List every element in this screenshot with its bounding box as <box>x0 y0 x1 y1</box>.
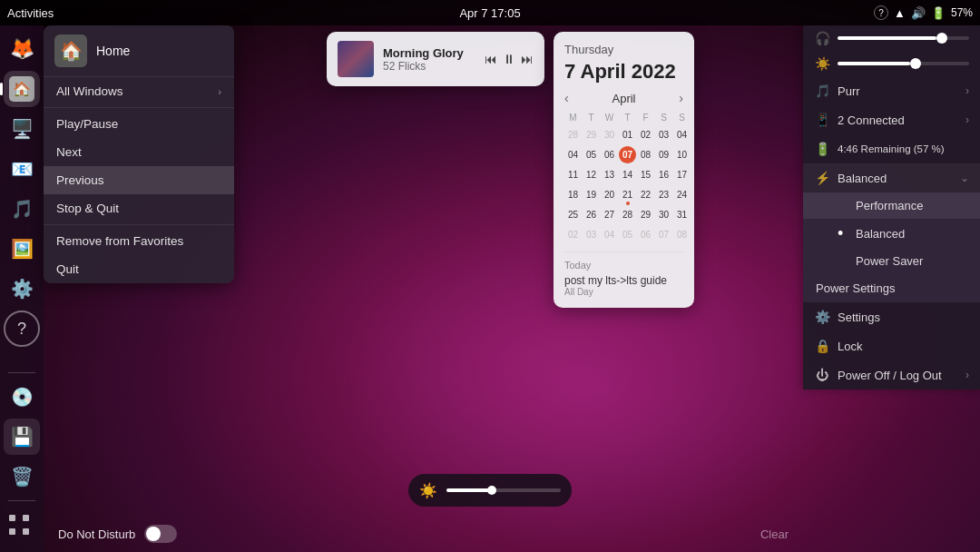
cal-day-03-next[interactable]: 03 <box>583 226 600 243</box>
calendar-event-title: post my lts->lts guide <box>564 274 683 287</box>
context-menu-play-pause[interactable]: Play/Pause <box>44 110 234 138</box>
cal-day-17[interactable]: 17 <box>673 166 691 183</box>
volume-icon[interactable]: 🔊 <box>911 6 926 20</box>
brightness-track[interactable] <box>446 488 561 492</box>
cal-day-06-next[interactable]: 06 <box>637 226 654 243</box>
cal-day-21[interactable]: 21 <box>619 186 636 203</box>
cal-day-01[interactable]: 01 <box>619 126 636 143</box>
cal-day-16[interactable]: 16 <box>655 166 672 183</box>
cal-day-24[interactable]: 24 <box>673 186 691 203</box>
context-menu-remove-favorites[interactable]: Remove from Favorites <box>44 227 234 255</box>
cal-day-06[interactable]: 06 <box>601 146 618 163</box>
dock-item-email[interactable]: 📧 <box>4 151 40 187</box>
cal-day-26[interactable]: 26 <box>583 206 600 223</box>
music-widget: Morning Glory 52 Flicks ⏮ ⏸ ⏭ <box>327 32 544 86</box>
cal-day-10[interactable]: 10 <box>673 146 691 163</box>
cal-day-29-prev[interactable]: 29 <box>583 126 600 143</box>
cal-day-07-today[interactable]: 07 <box>619 146 636 163</box>
activities-label[interactable]: Activities <box>7 6 54 20</box>
cal-day-19[interactable]: 19 <box>583 186 600 203</box>
cal-day-08[interactable]: 08 <box>637 146 654 163</box>
power-balanced-item[interactable]: • Balanced <box>803 219 980 248</box>
cal-day-02-next[interactable]: 02 <box>564 226 582 243</box>
music-prev-button[interactable]: ⏮ <box>485 52 497 66</box>
cal-day-28[interactable]: 28 <box>619 206 636 223</box>
bluetooth-label: 2 Connected <box>838 113 905 127</box>
help-icon[interactable]: ? <box>874 5 888 20</box>
music-next-button[interactable]: ⏭ <box>521 52 534 66</box>
dnd-bar: Do Not Disturb Clear <box>44 516 803 552</box>
dock-item-settings[interactable]: ⚙️ <box>4 271 40 307</box>
context-menu-next[interactable]: Next <box>44 138 234 166</box>
cal-day-15[interactable]: 15 <box>637 166 654 183</box>
cal-day-30-prev[interactable]: 30 <box>601 126 618 143</box>
cal-header-t1: T <box>583 111 600 124</box>
context-menu-quit[interactable]: Quit <box>44 255 234 283</box>
purr-row[interactable]: 🎵 Purr › <box>803 76 980 105</box>
dock-item-photos[interactable]: 🖼️ <box>4 231 40 267</box>
power-off-row[interactable]: ⏻ Power Off / Log Out › <box>803 360 980 389</box>
context-menu-stop-quit[interactable]: Stop & Quit <box>44 194 234 222</box>
brightness-panel-icon: ☀️ <box>814 56 830 71</box>
dock-item-music[interactable]: 🎵 <box>4 191 40 227</box>
cal-day-07-next[interactable]: 07 <box>655 226 672 243</box>
network-icon[interactable]: ▲ <box>894 6 906 20</box>
power-performance-item[interactable]: Performance <box>803 192 980 219</box>
dnd-toggle[interactable] <box>144 525 177 543</box>
cal-day-31[interactable]: 31 <box>673 206 691 223</box>
power-mode-row[interactable]: ⚡ Balanced ⌄ <box>803 163 980 192</box>
context-menu-previous[interactable]: Previous <box>44 166 234 194</box>
topbar: Activities Apr 7 17:05 ? ▲ 🔊 🔋 57% <box>0 0 980 25</box>
cal-day-20[interactable]: 20 <box>601 186 618 203</box>
cal-day-13[interactable]: 13 <box>601 166 618 183</box>
dock-item-display[interactable]: 🖥️ <box>4 111 40 147</box>
bluetooth-row[interactable]: 📱 2 Connected › <box>803 105 980 134</box>
volume-slider[interactable] <box>838 36 969 40</box>
cal-day-27[interactable]: 27 <box>601 206 618 223</box>
cal-day-04a[interactable]: 04 <box>673 126 691 143</box>
cal-day-29[interactable]: 29 <box>637 206 654 223</box>
calendar-prev-button[interactable]: ‹ <box>564 91 569 105</box>
cal-day-04-next[interactable]: 04 <box>601 226 618 243</box>
dock-item-drive[interactable]: 💾 <box>4 419 40 455</box>
cal-day-28-prev[interactable]: 28 <box>564 126 582 143</box>
cal-day-18[interactable]: 18 <box>564 186 582 203</box>
dock-separator <box>8 372 35 373</box>
music-play-button[interactable]: ⏸ <box>503 52 515 66</box>
topbar-right: ? ▲ 🔊 🔋 57% <box>874 5 973 20</box>
context-menu-all-windows[interactable]: All Windows › <box>44 77 234 105</box>
dock-item-firefox[interactable]: 🦊 <box>4 31 40 67</box>
lock-row[interactable]: 🔒 Lock <box>803 331 980 360</box>
music-artist: 52 Flicks <box>383 60 475 73</box>
cal-day-04[interactable]: 04 <box>564 146 582 163</box>
dock-item-trash[interactable]: 🗑️ <box>4 458 40 495</box>
cal-day-08-next[interactable]: 08 <box>673 226 691 243</box>
cal-day-05[interactable]: 05 <box>583 146 600 163</box>
power-dropdown: Performance • Balanced Power Saver Power… <box>803 192 980 302</box>
dock-item-cd[interactable]: 💿 <box>4 379 40 415</box>
dock-item-help[interactable]: ? <box>4 310 40 347</box>
power-saver-item[interactable]: Power Saver <box>803 248 980 274</box>
cal-day-22[interactable]: 22 <box>637 186 654 203</box>
settings-row[interactable]: ⚙️ Settings <box>803 302 980 331</box>
cal-day-23[interactable]: 23 <box>655 186 672 203</box>
dock-item-apps[interactable] <box>4 507 40 543</box>
brightness-slider[interactable] <box>838 62 969 65</box>
cal-day-11[interactable]: 11 <box>564 166 582 183</box>
calendar-next-button[interactable]: › <box>679 91 683 105</box>
cal-day-02[interactable]: 02 <box>637 126 654 143</box>
cal-day-05-next[interactable]: 05 <box>619 226 636 243</box>
battery-icon[interactable]: 🔋 <box>931 6 946 20</box>
volume-row: 🎧 <box>803 25 980 51</box>
power-settings-row[interactable]: Power Settings <box>803 274 980 302</box>
cal-day-30[interactable]: 30 <box>655 206 672 223</box>
power-off-label: Power Off / Log Out <box>838 369 942 382</box>
cal-day-09[interactable]: 09 <box>655 146 672 163</box>
battery-row[interactable]: 🔋 4:46 Remaining (57 %) <box>803 134 980 163</box>
cal-day-14[interactable]: 14 <box>619 166 636 183</box>
cal-day-12[interactable]: 12 <box>583 166 600 183</box>
cal-day-25[interactable]: 25 <box>564 206 582 223</box>
cal-day-03[interactable]: 03 <box>655 126 672 143</box>
dock-item-home[interactable]: 🏠 <box>4 71 40 107</box>
dnd-clear-button[interactable]: Clear <box>760 527 789 541</box>
